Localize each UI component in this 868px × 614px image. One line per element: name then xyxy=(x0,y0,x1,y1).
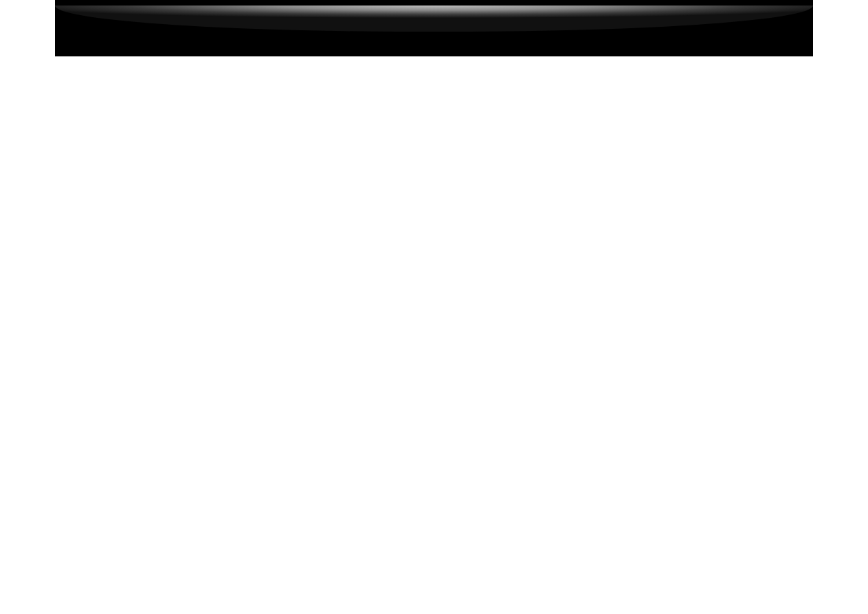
banner-curve xyxy=(55,6,813,32)
top-banner xyxy=(55,0,813,56)
